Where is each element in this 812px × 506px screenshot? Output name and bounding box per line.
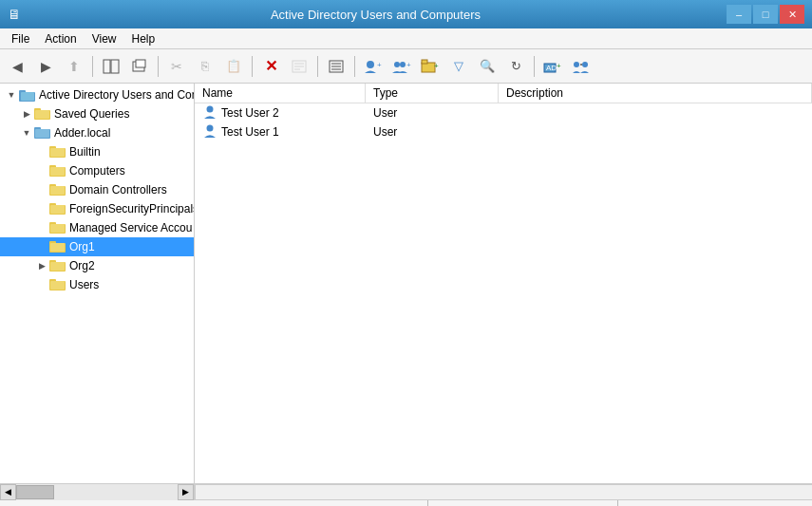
svg-rect-28 — [21, 92, 34, 101]
fsp-expander — [34, 201, 49, 216]
menu-help[interactable]: Help — [124, 30, 163, 47]
saved-queries-label: Saved Queries — [54, 107, 129, 121]
adder-local-expander: ▼ — [19, 125, 34, 141]
tree-panel: ▼ Active Directory Users and Com ▶ S — [0, 84, 195, 483]
window-title: Active Directory Users and Computers — [25, 8, 727, 22]
saved-queries-expander: ▶ — [19, 106, 34, 122]
title-bar: 🖥 Active Directory Users and Computers –… — [0, 0, 812, 28]
tree-item-adder-local[interactable]: ▼ Adder.local — [0, 123, 194, 142]
msa-icon — [49, 220, 66, 235]
properties-icon — [291, 59, 308, 74]
menu-file[interactable]: File — [4, 30, 37, 47]
tree-item-domain-controllers[interactable]: Domain Controllers — [0, 180, 194, 199]
org1-icon — [49, 239, 66, 254]
tree-item-org1[interactable]: Org1 — [0, 237, 194, 256]
computers-icon — [49, 163, 66, 178]
svg-rect-0 — [104, 60, 110, 73]
col-header-description[interactable]: Description — [499, 84, 812, 103]
tree-item-org2[interactable]: ▶ Org2 — [0, 256, 194, 275]
table-row[interactable]: Test User 2 User — [195, 103, 812, 122]
back-button[interactable]: ◀ — [4, 53, 30, 80]
domain-level-icon: AD + — [543, 59, 562, 74]
scroll-thumb[interactable] — [16, 485, 54, 499]
toolbar-sep-3 — [252, 56, 253, 77]
raise-domain-level-button[interactable]: AD + — [539, 53, 566, 80]
builtin-label: Builtin — [69, 145, 101, 159]
builtin-icon — [49, 144, 66, 159]
adder-local-label: Adder.local — [54, 126, 110, 140]
scroll-left-button[interactable]: ◀ — [0, 484, 16, 500]
paste-button: 📋 — [220, 53, 247, 80]
properties-button — [286, 53, 312, 80]
export-list-button[interactable] — [323, 53, 349, 80]
delegate-icon — [572, 59, 591, 74]
svg-point-15 — [400, 62, 406, 67]
toolbar-sep-2 — [158, 56, 159, 77]
dc-label: Domain Controllers — [69, 183, 167, 197]
find-button[interactable]: 🔍 — [474, 53, 500, 80]
saved-queries-icon — [34, 106, 51, 122]
status-cell-2 — [428, 500, 618, 506]
minimize-button[interactable]: – — [727, 5, 751, 24]
computers-expander — [34, 163, 49, 178]
tree-item-saved-queries[interactable]: ▶ Saved Queries — [0, 104, 194, 123]
dc-expander — [34, 182, 49, 197]
tree-item-users[interactable]: Users — [0, 275, 194, 294]
svg-point-59 — [207, 105, 214, 112]
create-group-button[interactable]: + — [388, 53, 415, 80]
adder-local-icon — [34, 125, 51, 141]
menu-action[interactable]: Action — [37, 30, 84, 47]
svg-text:AD: AD — [546, 64, 557, 72]
cell-type-testuser2: User — [366, 104, 499, 122]
svg-rect-34 — [35, 129, 49, 138]
new-window-button[interactable] — [126, 53, 153, 80]
maximize-button[interactable]: □ — [753, 5, 778, 24]
show-console-tree-button[interactable] — [98, 53, 124, 80]
svg-text:+: + — [377, 61, 382, 69]
delegate-control-button[interactable] — [568, 53, 595, 80]
filter-button[interactable]: ▽ — [445, 53, 472, 80]
org2-expander: ▶ — [34, 258, 49, 273]
tree-root-label: Active Directory Users and Com — [39, 88, 195, 102]
scroll-right-button[interactable]: ▶ — [178, 484, 194, 500]
toolbar-sep-4 — [317, 56, 318, 77]
status-cell-1 — [4, 500, 428, 506]
forward-button[interactable]: ▶ — [32, 53, 59, 80]
delete-button[interactable]: ✕ — [257, 53, 284, 80]
toolbar-sep-6 — [534, 56, 535, 77]
cell-type-testuser1: User — [366, 123, 499, 141]
tree-item-msa[interactable]: Managed Service Accou — [0, 218, 194, 237]
tree-horizontal-scroll[interactable]: ◀ ▶ — [0, 484, 195, 499]
toolbar-sep-1 — [92, 56, 93, 77]
svg-rect-55 — [50, 262, 65, 271]
tree-item-fsp[interactable]: ForeignSecurityPrincipals — [0, 199, 194, 218]
user-icon — [202, 104, 217, 122]
toolbar: ◀ ▶ ⬆ ✂ ⎘ 📋 ✕ — [0, 49, 812, 84]
svg-rect-46 — [50, 205, 65, 214]
create-ou-button[interactable]: + — [417, 53, 444, 80]
svg-rect-40 — [50, 167, 65, 176]
window-controls: – □ ✕ — [727, 5, 804, 24]
status-bar — [0, 499, 812, 506]
org1-expander — [34, 239, 49, 254]
tree-root[interactable]: ▼ Active Directory Users and Com — [0, 85, 194, 104]
msa-label: Managed Service Accou — [69, 221, 192, 234]
svg-rect-3 — [136, 60, 145, 67]
refresh-button[interactable]: ↻ — [502, 53, 529, 80]
root-icon — [19, 87, 36, 103]
main-area: ▼ Active Directory Users and Com ▶ S — [0, 84, 812, 483]
col-header-name[interactable]: Name — [195, 84, 366, 103]
toolbar-sep-5 — [354, 56, 355, 77]
tree-item-computers[interactable]: Computers — [0, 161, 194, 180]
tree-item-builtin[interactable]: Builtin — [0, 142, 194, 161]
svg-rect-37 — [50, 148, 65, 157]
svg-text:+: + — [406, 61, 411, 69]
svg-text:+: + — [434, 62, 439, 70]
svg-point-23 — [574, 62, 579, 67]
close-button[interactable]: ✕ — [780, 5, 804, 24]
menu-bar: File Action View Help — [0, 28, 812, 49]
create-user-button[interactable]: + — [360, 53, 387, 80]
col-header-type[interactable]: Type — [366, 84, 499, 103]
menu-view[interactable]: View — [85, 30, 124, 47]
table-row[interactable]: Test User 1 User — [195, 122, 812, 141]
